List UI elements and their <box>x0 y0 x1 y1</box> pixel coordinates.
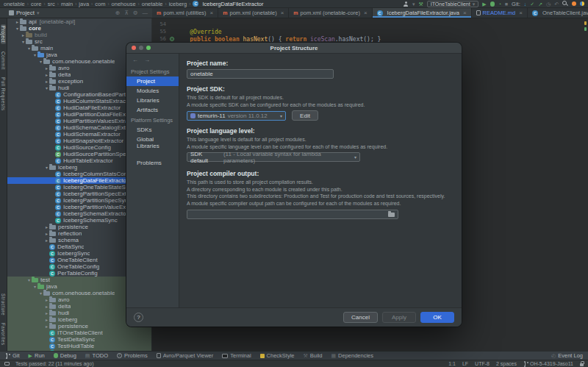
file-encoding[interactable]: UTF-8 <box>475 361 490 366</box>
tool-button-build[interactable]: ⚒Build <box>304 352 323 359</box>
update-project-icon[interactable]: ↓ <box>524 1 527 7</box>
tool-button-todo[interactable]: ▤TODO <box>85 352 108 359</box>
chevron-right-icon[interactable]: ▸ <box>15 19 20 24</box>
compiler-output-input[interactable] <box>187 210 398 219</box>
tool-button-dependencies[interactable]: ▦Dependencies <box>331 352 373 359</box>
chevron-right-icon[interactable]: ▸ <box>44 324 49 329</box>
tool-button-checkstyle[interactable]: CheckStyle <box>260 352 295 359</box>
tool-button-debug[interactable]: Debug <box>54 352 76 359</box>
chevron-right-icon[interactable]: ▸ <box>44 231 49 236</box>
chevron-down-icon[interactable]: ▾ <box>32 284 37 289</box>
project-sdk-select[interactable]: temurin-11 version 11.0.12 ▾ <box>187 111 286 121</box>
toolwindow-structure[interactable]: Structure <box>1 293 6 316</box>
toolwindow-project[interactable]: Project <box>1 24 6 44</box>
dialog-nav-item-sdks[interactable]: SDKs <box>126 125 179 135</box>
close-button[interactable] <box>132 46 136 50</box>
language-level-select[interactable]: SDK default (11 - Local variable syntax … <box>187 152 360 162</box>
indent-style[interactable]: 2 spaces <box>496 361 517 366</box>
folder-icon[interactable] <box>388 213 395 217</box>
zoom-button[interactable] <box>146 46 151 50</box>
gradle-icon[interactable] <box>572 1 576 6</box>
close-icon[interactable]: × <box>364 10 368 16</box>
chevron-down-icon[interactable]: ▾ <box>32 52 37 57</box>
toolwindow-commit[interactable]: Commit <box>1 51 6 70</box>
close-icon[interactable]: × <box>210 10 214 16</box>
chevron-right-icon[interactable]: ▸ <box>44 310 49 316</box>
tree-item[interactable]: ▸build <box>7 32 151 38</box>
help-button[interactable]: ? <box>134 313 143 322</box>
profiler-icon[interactable]: ◔ <box>498 1 501 7</box>
editor-tab[interactable]: COneTableClient.java× <box>528 8 588 18</box>
forward-icon[interactable]: → <box>144 57 150 63</box>
editor-tab[interactable]: mpom.xml (onetable)× <box>218 8 289 18</box>
toolwindow-favorites[interactable]: Favorites <box>1 323 6 345</box>
override-icon[interactable]: o <box>170 37 174 41</box>
editor-tab[interactable]: README.md× <box>472 8 528 18</box>
chevron-right-icon[interactable]: ▸ <box>44 224 49 229</box>
project-panel-title[interactable]: Project <box>16 10 35 16</box>
dialog-nav-item-problems[interactable]: Problems <box>126 158 179 168</box>
chevron-right-icon[interactable]: ▸ <box>44 65 49 71</box>
toolwindow-toggle-icon[interactable] <box>4 362 10 366</box>
push-icon[interactable]: ↗ <box>538 1 542 7</box>
chevron-right-icon[interactable]: ▸ <box>44 238 49 243</box>
chevron-down-icon[interactable]: ▾ <box>15 26 20 31</box>
chevron-right-icon[interactable]: ▸ <box>44 79 49 84</box>
dialog-nav-item-project[interactable]: Project <box>126 76 179 86</box>
settings-icon[interactable]: ⚙ <box>133 10 138 16</box>
breadcrumb-item[interactable]: java <box>79 1 89 7</box>
close-icon[interactable]: × <box>519 10 523 16</box>
breadcrumb-item[interactable]: core <box>31 1 42 7</box>
tool-button-event-log[interactable]: ◴Event Log <box>551 352 583 359</box>
tool-button-avro-parquet-viewer[interactable]: Avro/Parquet Viewer <box>157 352 214 359</box>
chevron-right-icon[interactable]: ▸ <box>21 32 26 38</box>
breadcrumb-item[interactable]: src <box>48 1 55 7</box>
commit-icon[interactable]: ✓ <box>530 1 534 7</box>
chevron-down-icon[interactable]: ▾ <box>37 10 40 15</box>
breadcrumb-item[interactable]: com <box>95 1 105 7</box>
back-icon[interactable]: ← <box>132 57 138 63</box>
tool-button-run[interactable]: ▶Run <box>29 352 45 359</box>
editor-tab[interactable]: CIcebergDataFileExtractor.java× <box>373 8 472 18</box>
tree-item[interactable]: CTestHudiTable <box>7 343 151 349</box>
dialog-nav-item-global-libraries[interactable]: Global Libraries <box>126 135 179 151</box>
chevron-right-icon[interactable]: ▸ <box>44 297 49 302</box>
debug-icon[interactable] <box>490 1 495 7</box>
ok-button[interactable]: OK <box>420 312 454 323</box>
history-icon[interactable]: ◷ <box>546 1 551 7</box>
user-icon[interactable] <box>404 1 409 7</box>
git-branch-widget[interactable]: OH-5-4319-Jaso11 <box>523 361 573 367</box>
breadcrumb-item[interactable]: main <box>61 1 73 7</box>
apply-button[interactable]: Apply <box>382 312 416 323</box>
breadcrumb-item[interactable]: onetable <box>142 1 163 7</box>
toolwindow-pull-requests[interactable]: Pull Requests <box>1 77 6 110</box>
chevron-down-icon[interactable]: ▾ <box>26 46 32 51</box>
editor-tab[interactable]: mpom.xml (utilities)× <box>152 8 218 18</box>
build-hammer-icon[interactable]: ⚒ <box>418 1 423 7</box>
run-icon[interactable]: ▶ <box>482 1 486 7</box>
chevron-down-icon[interactable]: ▾ <box>44 165 49 170</box>
search-icon[interactable] <box>562 1 568 7</box>
project-name-input[interactable]: onetable <box>187 69 334 79</box>
tool-button-git[interactable]: Git <box>5 352 20 359</box>
chevron-down-icon[interactable]: ▾ <box>44 85 49 90</box>
caret-position[interactable]: 1:1 <box>448 361 456 366</box>
breadcrumb-item[interactable]: onetable <box>4 1 25 7</box>
dialog-nav-item-libraries[interactable]: Libraries <box>126 96 179 105</box>
breadcrumb-item[interactable]: onehouse <box>112 1 136 7</box>
dialog-nav-item-artifacts[interactable]: Artifacts <box>126 105 179 115</box>
chevron-right-icon[interactable]: ▸ <box>44 72 49 77</box>
tree-item[interactable]: ▾core <box>7 25 151 32</box>
dialog-nav-item-modules[interactable]: Modules <box>126 86 179 96</box>
chevron-right-icon[interactable]: ▸ <box>44 317 49 322</box>
line-ending[interactable]: LF <box>462 361 468 366</box>
run-configuration-select[interactable]: ITOneTableClient ▾ <box>427 1 478 7</box>
hide-icon[interactable]: — <box>143 10 148 16</box>
collapse-all-icon[interactable]: ⊼ <box>124 10 129 16</box>
cancel-button[interactable]: Cancel <box>343 312 378 323</box>
breadcrumb-current[interactable]: C IcebergDataFileExtractor <box>193 1 263 7</box>
tree-item[interactable]: ▸api[onetable-api] <box>7 18 151 25</box>
breadcrumb-item[interactable]: iceberg <box>169 1 187 7</box>
notifications-icon[interactable] <box>580 1 584 6</box>
close-icon[interactable]: × <box>281 10 284 16</box>
